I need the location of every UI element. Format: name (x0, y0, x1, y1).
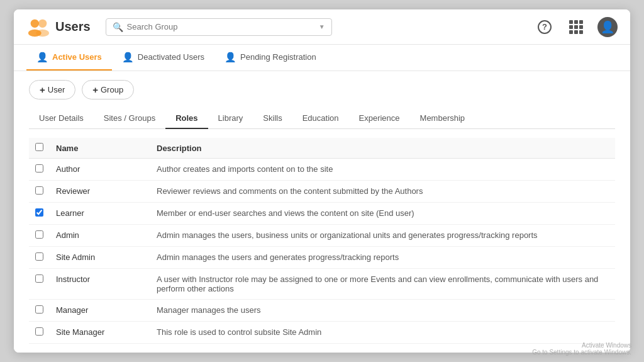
table-row: Site Manager This role is used to contro… (29, 322, 615, 344)
search-icon: 🔍 (113, 22, 123, 32)
role-description-cell: A user with Instructor role may be assig… (150, 269, 615, 300)
header: Users 🔍 ▼ ? 👤 (14, 9, 630, 45)
help-icon: ? (538, 20, 552, 34)
role-name-cell: Learner (50, 203, 150, 225)
role-checkbox-site-manager[interactable] (35, 327, 43, 336)
help-button[interactable]: ? (535, 17, 555, 37)
deactivated-users-icon: 👤 (122, 52, 134, 63)
grid-menu-button[interactable] (566, 17, 586, 37)
svg-point-3 (36, 29, 49, 36)
row-checkbox-cell (29, 203, 50, 225)
sub-tab-sites-groups[interactable]: Sites / Groups (94, 108, 165, 129)
app-title: Users (55, 20, 91, 34)
row-checkbox-cell (29, 159, 50, 181)
role-checkbox-site-admin[interactable] (35, 252, 43, 261)
role-description-cell: Member or end-user searches and views th… (150, 203, 615, 225)
search-dropdown-arrow[interactable]: ▼ (319, 23, 325, 30)
role-description-cell: Author creates and imports content on to… (150, 159, 615, 181)
add-user-button[interactable]: + User (29, 80, 75, 99)
sub-tab-skills[interactable]: Skills (253, 108, 292, 129)
role-checkbox-learner[interactable] (35, 208, 43, 217)
table-row: Manager Manager manages the users (29, 300, 615, 322)
role-checkbox-admin[interactable] (35, 230, 43, 239)
role-checkbox-author[interactable] (35, 164, 43, 173)
role-name-cell: Site Admin (50, 247, 150, 269)
table-row: Site Admin Admin manages the users and g… (29, 247, 615, 269)
table-row: Author Author creates and imports conten… (29, 159, 615, 181)
table-row: Learner Member or end-user searches and … (29, 203, 615, 225)
role-checkbox-reviewer[interactable] (35, 186, 43, 195)
role-description-cell: This role is used to control subsite Sit… (150, 322, 615, 344)
row-checkbox-cell (29, 181, 50, 203)
sub-tab-education[interactable]: Education (292, 108, 349, 129)
svg-point-1 (38, 19, 47, 27)
avatar-icon: 👤 (601, 20, 614, 34)
tab-active-users[interactable]: 👤 Active Users (26, 45, 112, 71)
role-checkbox-manager[interactable] (35, 305, 43, 314)
action-buttons: + User + Group (29, 80, 615, 99)
role-name-cell: Reviewer (50, 181, 150, 203)
plus-user-icon: + (40, 84, 45, 95)
row-checkbox-cell (29, 300, 50, 322)
search-input[interactable] (127, 22, 315, 31)
role-name-cell: Author (50, 159, 150, 181)
th-description: Description (150, 138, 615, 159)
select-all-checkbox[interactable] (35, 143, 43, 151)
role-name-cell: Admin (50, 225, 150, 247)
row-checkbox-cell (29, 247, 50, 269)
role-description-cell: Admin manages the users and generates pr… (150, 247, 615, 269)
role-description-cell: Admin manages the users, business units … (150, 225, 615, 247)
pending-icon: 👤 (225, 52, 236, 63)
user-avatar-button[interactable]: 👤 (597, 17, 618, 37)
th-checkbox (29, 138, 50, 159)
row-checkbox-cell (29, 225, 50, 247)
table-row: Reviewer Reviewer reviews and comments o… (29, 181, 615, 203)
role-name-cell: Instructor (50, 269, 150, 300)
role-name-cell: Site Manager (50, 322, 150, 344)
tab-pending-registration[interactable]: 👤 Pending Registration (214, 45, 326, 71)
main-content: + User + Group User Details Sites / Grou… (14, 71, 630, 353)
th-name: Name (50, 138, 150, 159)
header-actions: ? 👤 (535, 17, 618, 37)
plus-group-icon: + (92, 84, 98, 95)
sub-tab-experience[interactable]: Experience (349, 108, 410, 129)
sub-tab-user-details[interactable]: User Details (29, 108, 94, 129)
avatar: 👤 (597, 17, 618, 37)
row-checkbox-cell (29, 269, 50, 300)
table-row: Instructor A user with Instructor role m… (29, 269, 615, 300)
roles-table: Name Description Author Author creates a… (29, 138, 615, 344)
users-logo-icon (26, 15, 50, 39)
role-description-cell: Manager manages the users (150, 300, 615, 322)
role-checkbox-instructor[interactable] (35, 274, 43, 283)
active-users-icon: 👤 (36, 52, 48, 63)
tab-deactivated-users[interactable]: 👤 Deactivated Users (112, 45, 214, 71)
role-description-cell: Reviewer reviews and comments on the con… (150, 181, 615, 203)
sub-tab-library[interactable]: Library (208, 108, 253, 129)
sub-tab-membership[interactable]: Membership (410, 108, 475, 129)
sub-nav: User Details Sites / Groups Roles Librar… (29, 108, 615, 129)
table-row: Admin Admin manages the users, business … (29, 225, 615, 247)
search-bar[interactable]: 🔍 ▼ (106, 18, 332, 36)
logo-area: Users (26, 15, 91, 39)
main-tab-bar: 👤 Active Users 👤 Deactivated Users 👤 Pen… (14, 45, 630, 71)
svg-point-0 (31, 19, 39, 27)
grid-icon (569, 20, 583, 34)
row-checkbox-cell (29, 322, 50, 344)
add-group-button[interactable]: + Group (82, 80, 134, 99)
role-name-cell: Manager (50, 300, 150, 322)
pagination: Previous Next Cancel (29, 344, 615, 353)
sub-tab-roles[interactable]: Roles (165, 108, 208, 129)
